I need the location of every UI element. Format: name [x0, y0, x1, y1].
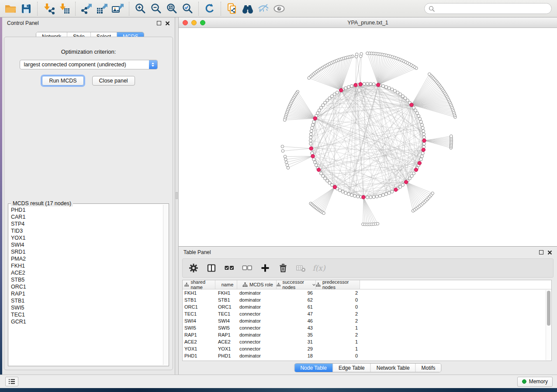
network-node[interactable] — [419, 158, 422, 161]
close-panel-button[interactable]: Close panel — [92, 76, 135, 86]
mcds-result-item[interactable]: FKH1 — [9, 262, 163, 269]
network-node[interactable] — [347, 193, 350, 196]
mcds-hub-node[interactable] — [333, 185, 336, 189]
memory-button[interactable]: Memory — [517, 377, 553, 387]
network-node[interactable] — [344, 192, 347, 195]
network-node[interactable] — [309, 136, 312, 139]
network-node[interactable] — [309, 139, 312, 142]
network-node[interactable] — [393, 89, 396, 93]
refresh-icon[interactable] — [202, 1, 218, 16]
column-header-shared-name[interactable]: shared name — [183, 280, 215, 289]
mcds-hub-node[interactable] — [422, 139, 426, 142]
network-node[interactable] — [344, 86, 347, 89]
import-table-icon[interactable] — [56, 1, 72, 16]
mcds-hub-node[interactable] — [377, 83, 380, 86]
network-canvas[interactable] — [179, 28, 557, 246]
network-node[interactable] — [372, 196, 375, 199]
show-columns-icon[interactable] — [206, 263, 217, 273]
close-panel-icon[interactable] — [547, 250, 552, 255]
network-node[interactable] — [283, 119, 286, 122]
network-node[interactable] — [369, 83, 372, 86]
tab-node-table[interactable]: Node Table — [294, 364, 332, 372]
table-row[interactable]: RAP1RAP1dominator352 — [183, 331, 551, 338]
network-node[interactable] — [366, 196, 369, 199]
mcds-result-item[interactable]: STB5 — [9, 276, 163, 283]
export-network-icon[interactable] — [79, 1, 94, 16]
mcds-result-item[interactable]: PMA2 — [9, 255, 163, 262]
mcds-hub-node[interactable] — [418, 161, 421, 165]
table-scrollbar[interactable] — [546, 290, 551, 360]
search-field[interactable] — [424, 3, 552, 14]
tab-edge-table[interactable]: Edge Table — [332, 364, 370, 372]
network-node[interactable] — [311, 127, 314, 130]
network-node[interactable] — [428, 73, 431, 76]
table-row[interactable]: ACE2ACE2connector311 — [183, 338, 551, 345]
column-header-name[interactable]: name — [215, 280, 237, 289]
network-node[interactable] — [312, 120, 315, 124]
tab-network-table[interactable]: Network Table — [370, 364, 415, 372]
network-node[interactable] — [387, 86, 391, 89]
network-node[interactable] — [415, 112, 419, 115]
network-node[interactable] — [341, 190, 344, 193]
mcds-list-scrollbar[interactable] — [163, 205, 168, 365]
mcds-hub-node[interactable] — [362, 195, 365, 199]
float-panel-icon[interactable] — [157, 21, 161, 25]
network-node[interactable] — [366, 83, 369, 86]
network-node[interactable] — [281, 145, 284, 148]
network-node[interactable] — [360, 52, 363, 55]
network-node[interactable] — [422, 142, 426, 145]
open-file-icon[interactable] — [3, 1, 18, 16]
network-node[interactable] — [309, 133, 312, 136]
mcds-hub-node[interactable] — [410, 103, 413, 107]
search-input[interactable] — [437, 6, 547, 12]
mcds-hub-node[interactable] — [309, 147, 313, 150]
network-node[interactable] — [285, 161, 288, 164]
network-node[interactable] — [376, 222, 379, 225]
network-node[interactable] — [322, 212, 325, 215]
network-node[interactable] — [310, 130, 313, 133]
network-node[interactable] — [284, 158, 287, 161]
network-node[interactable] — [419, 117, 422, 120]
deselect-all-icon[interactable] — [242, 263, 253, 273]
mcds-result-item[interactable]: PHD1 — [9, 206, 163, 213]
network-node[interactable] — [412, 172, 415, 175]
mcds-result-item[interactable]: STB1 — [9, 297, 163, 304]
table-row[interactable]: FKH1FKH1dominator962 — [183, 289, 551, 296]
network-node[interactable] — [284, 155, 287, 158]
table-row[interactable]: YOX1YOX1connector291 — [183, 345, 551, 352]
network-node[interactable] — [419, 120, 422, 124]
network-node[interactable] — [308, 76, 311, 79]
network-node[interactable] — [315, 164, 318, 167]
zoom-out-icon[interactable] — [148, 1, 164, 16]
network-node[interactable] — [281, 149, 284, 152]
export-table-icon[interactable] — [94, 1, 110, 16]
mcds-result-item[interactable]: CAR1 — [9, 213, 163, 220]
table-settings-gear-icon[interactable] — [188, 263, 199, 273]
copy-network-icon[interactable] — [224, 1, 240, 16]
network-node[interactable] — [384, 193, 387, 196]
network-node[interactable] — [350, 193, 353, 196]
network-node[interactable] — [420, 124, 423, 127]
network-node[interactable] — [313, 161, 316, 164]
mcds-hub-node[interactable] — [422, 148, 425, 151]
mcds-result-item[interactable]: YOX1 — [9, 234, 163, 241]
select-all-icon[interactable] — [224, 263, 235, 273]
network-node[interactable] — [421, 151, 424, 155]
table-row[interactable]: ORC1ORC1dominator610 — [183, 303, 551, 310]
save-session-icon[interactable] — [18, 1, 34, 16]
mcds-result-item[interactable]: RAP1 — [9, 290, 163, 297]
mcds-result-item[interactable]: TID3 — [9, 227, 163, 234]
network-node[interactable] — [412, 106, 415, 109]
network-node[interactable] — [422, 130, 425, 133]
export-image-icon[interactable] — [110, 1, 126, 16]
column-header-mcds-role[interactable]: MCDS role — [237, 280, 277, 289]
network-node[interactable] — [396, 91, 399, 94]
close-panel-icon[interactable] — [165, 21, 170, 26]
network-node[interactable] — [381, 193, 384, 196]
show-all-icon[interactable] — [271, 1, 287, 16]
mcds-result-item[interactable]: ORC1 — [9, 283, 163, 290]
column-header-predecessor-nodes[interactable]: predecessor nodes — [316, 280, 360, 289]
network-node[interactable] — [384, 86, 387, 89]
network-node[interactable] — [339, 189, 342, 192]
table-row[interactable]: SWI4SWI4dominator462 — [183, 317, 551, 324]
